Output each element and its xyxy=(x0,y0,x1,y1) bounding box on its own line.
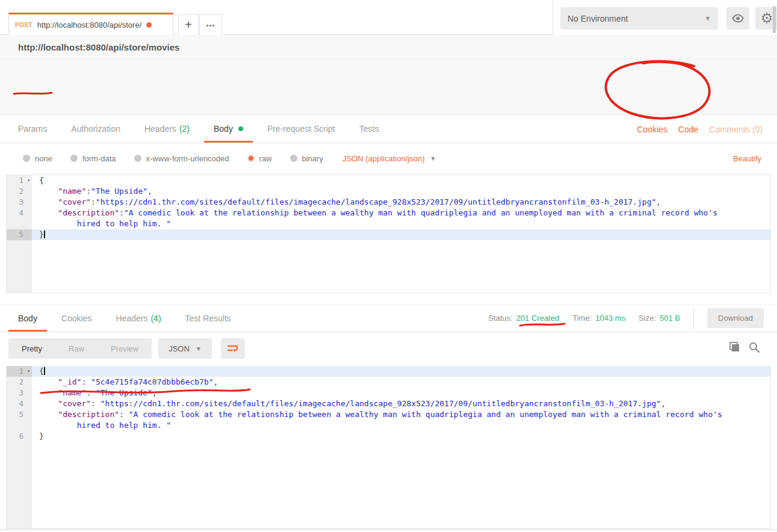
line-number-gutter: 6 xyxy=(7,431,32,442)
code-line[interactable]: 5} xyxy=(7,229,770,240)
code-link[interactable]: Code xyxy=(678,125,698,134)
code-text: "_id": "5c4e715fa74c07dbbb6ecb7b", xyxy=(32,377,770,388)
request-links: Cookies Code Comments (0) xyxy=(637,115,763,143)
code-text: { xyxy=(32,366,770,377)
environment-label: No Environment xyxy=(568,14,705,23)
line-number-gutter xyxy=(7,420,32,431)
code-line[interactable]: 4 "cover": "https://cdn1.thr.com/sites/d… xyxy=(7,398,770,409)
code-line[interactable]: 1▾{ xyxy=(7,175,770,186)
code-text: } xyxy=(32,229,770,240)
unsaved-changes-dot-icon xyxy=(146,22,152,28)
wrap-lines-button[interactable] xyxy=(221,338,245,359)
beautify-button[interactable]: Beautify xyxy=(733,154,761,163)
line-number-gutter: 4 xyxy=(7,398,32,409)
code-text: hired to help him. " xyxy=(32,218,770,229)
time-badge: Time: 1043 ms xyxy=(572,314,625,323)
environment-selector[interactable]: No Environment ▼ xyxy=(560,7,718,29)
radio-icon xyxy=(134,155,141,162)
code-line[interactable]: 2 "_id": "5c4e715fa74c07dbbb6ecb7b", xyxy=(7,377,770,388)
line-number-gutter: 2 xyxy=(7,377,32,388)
response-meta: Status: 201 Created Time: 1043 ms Size: … xyxy=(488,304,764,332)
fold-arrow-icon[interactable]: ▾ xyxy=(23,366,30,377)
tab-authorization[interactable]: Authorization xyxy=(59,115,132,143)
code-line[interactable]: 1▾{ xyxy=(7,366,770,377)
gear-icon: ⚙ xyxy=(761,11,773,25)
mode-form-data[interactable]: form-data xyxy=(70,154,116,163)
code-text: "description":"A comedic look at the rel… xyxy=(32,208,770,218)
response-tab-test-results[interactable]: Test Results xyxy=(173,305,243,332)
status-value: 201 Created xyxy=(516,314,560,323)
time-value: 1043 ms xyxy=(595,314,625,323)
fold-arrow-icon[interactable]: ▾ xyxy=(23,175,30,186)
size-badge: Size: 501 B xyxy=(639,314,680,323)
body-mode-row: none form-data x-www-form-urlencoded raw… xyxy=(0,143,777,173)
text-caret xyxy=(44,230,45,238)
tab-options-button[interactable]: ••• xyxy=(199,14,222,35)
chevron-down-icon: ▼ xyxy=(705,15,711,22)
request-title-row: http://localhost:8080/api/store/movies xyxy=(0,35,777,60)
line-number-gutter: 2 xyxy=(7,186,32,197)
response-body-editor[interactable]: 1▾{2 "_id": "5c4e715fa74c07dbbb6ecb7b",3… xyxy=(6,366,771,529)
response-tab-headers[interactable]: Headers (4) xyxy=(104,305,173,332)
code-line[interactable]: 2 "name":"The Upside", xyxy=(7,186,770,197)
page-title: http://localhost:8080/api/store/movies xyxy=(18,42,179,52)
scrollbar-thumb[interactable] xyxy=(773,6,776,33)
cookies-link[interactable]: Cookies xyxy=(637,125,667,134)
code-line[interactable]: hired to help him. " xyxy=(7,218,770,229)
mode-x-www-form-urlencoded[interactable]: x-www-form-urlencoded xyxy=(134,154,229,163)
request-tab[interactable]: POST http://localhost:8080/api/store/ xyxy=(8,13,173,35)
search-icon xyxy=(748,341,760,353)
plus-icon: + xyxy=(185,18,192,32)
request-body-editor[interactable]: 1▾{2 "name":"The Upside",3 "cover":"http… xyxy=(6,175,771,293)
response-tab-body[interactable]: Body xyxy=(6,305,49,332)
environment-quick-look-button[interactable] xyxy=(726,7,749,29)
code-line[interactable]: 3 "name": "The Upside", xyxy=(7,388,770,398)
tab-strip: POST http://localhost:8080/api/store/ + … xyxy=(0,0,777,35)
new-tab-button[interactable]: + xyxy=(178,14,199,35)
view-pretty-button[interactable]: Pretty xyxy=(8,344,55,353)
code-text: "name":"The Upside", xyxy=(32,186,770,197)
content-type-dropdown[interactable]: JSON (application/json) ▼ xyxy=(342,154,436,163)
line-number-gutter: 3 xyxy=(7,388,32,398)
response-headers-count-badge: (4) xyxy=(150,314,161,323)
tab-headers[interactable]: Headers (2) xyxy=(132,115,202,143)
body-set-dot-icon xyxy=(238,126,243,131)
chevron-down-icon: ▼ xyxy=(430,155,436,162)
response-format-dropdown[interactable]: JSON ▼ xyxy=(158,338,212,359)
copy-icon xyxy=(728,341,740,353)
divider xyxy=(693,308,694,329)
tab-body[interactable]: Body xyxy=(202,115,255,143)
code-text: { xyxy=(32,175,770,186)
code-line[interactable]: hired to help him. " xyxy=(7,420,770,431)
radio-icon xyxy=(70,155,78,162)
mode-none[interactable]: none xyxy=(23,154,52,163)
tab-tests[interactable]: Tests xyxy=(347,115,391,143)
code-text: "description": "A comedic look at the re… xyxy=(32,409,770,420)
response-tab-cookies[interactable]: Cookies xyxy=(49,305,104,332)
line-number-gutter: 5 xyxy=(7,409,32,420)
view-mode-segmented-control: Pretty Raw Preview xyxy=(8,338,152,359)
chevron-down-icon: ▼ xyxy=(196,345,202,352)
tab-params[interactable]: Params xyxy=(6,115,59,143)
code-line[interactable]: 3 "cover":"https://cdn1.thr.com/sites/de… xyxy=(7,197,770,208)
view-raw-button[interactable]: Raw xyxy=(55,344,98,353)
mode-binary[interactable]: binary xyxy=(290,154,323,163)
code-line[interactable]: 5 "description": "A comedic look at the … xyxy=(7,409,770,420)
environment-zone: No Environment ▼ ⚙ xyxy=(553,0,777,35)
view-preview-button[interactable]: Preview xyxy=(98,344,152,353)
mode-raw[interactable]: raw xyxy=(247,154,272,163)
code-line[interactable]: 4 "description":"A comedic look at the r… xyxy=(7,208,770,218)
code-text: "cover": "https://cdn1.thr.com/sites/def… xyxy=(32,398,770,409)
radio-icon xyxy=(290,155,297,162)
bottom-divider xyxy=(0,529,777,532)
comments-link[interactable]: Comments (0) xyxy=(709,125,763,134)
ellipsis-icon: ••• xyxy=(206,22,215,29)
eye-icon xyxy=(731,14,744,23)
line-number-gutter xyxy=(7,218,32,229)
search-response-button[interactable] xyxy=(748,341,760,356)
tab-pre-request-script[interactable]: Pre-request Script xyxy=(255,115,347,143)
download-button[interactable]: Download xyxy=(707,308,764,328)
code-line[interactable]: 6} xyxy=(7,431,770,442)
radio-selected-icon xyxy=(247,155,255,162)
copy-response-button[interactable] xyxy=(728,341,740,356)
